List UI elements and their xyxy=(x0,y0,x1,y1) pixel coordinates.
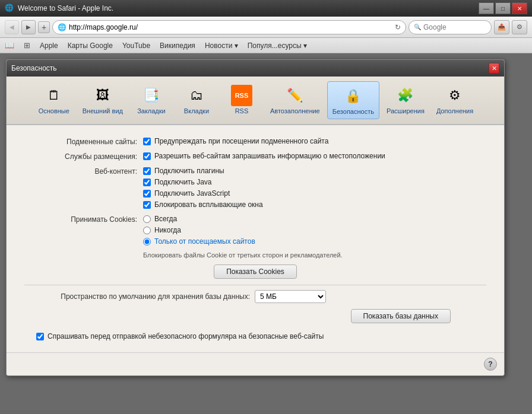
advanced-icon: ⚙ xyxy=(444,85,466,106)
javascript-checkbox[interactable] xyxy=(143,190,151,198)
cookies-never-radio[interactable] xyxy=(143,227,151,234)
web-content-controls: Подключить плагины Подключить Java Подкл… xyxy=(143,167,263,209)
preferences-dialog: Безопасность ✕ 🗒 Основные 🖼 Внешний вид … xyxy=(6,59,505,376)
settings-button[interactable]: ⚙ xyxy=(512,20,527,34)
bottom-checkbox-row: Спрашивать перед отправкой небезопасного… xyxy=(36,332,486,340)
extensions-icon: 🧩 xyxy=(395,85,416,106)
basic-icon: 🗒 xyxy=(43,85,65,106)
storage-select[interactable]: 5 МБ 1 МБ 2 МБ 10 МБ 50 МБ xyxy=(255,290,326,303)
bookmark-wikipedia[interactable]: Википедия xyxy=(160,42,195,50)
help-button[interactable]: ? xyxy=(484,358,497,371)
cookies-visited-text: Только от посещаемых сайтов xyxy=(154,237,255,246)
bookmark-apple[interactable]: Apple xyxy=(40,42,58,50)
javascript-checkbox-row: Подключить JavaScript xyxy=(143,189,263,198)
storage-row: Пространство по умолчанию для хранения б… xyxy=(24,290,486,303)
prefs-title-bar: Безопасность ✕ xyxy=(7,60,504,77)
autofill-icon: ✏️ xyxy=(284,85,306,106)
show-databases-button-row: Показать базы данных xyxy=(24,309,451,323)
tab-tabs[interactable]: 🗂 Вкладки xyxy=(175,81,218,119)
fake-sites-row: Подмененные сайты: Предупреждать при пос… xyxy=(24,137,486,146)
popups-text: Блокировать всплывающие окна xyxy=(154,200,263,209)
web-content-row: Веб-контент: Подключить плагины Подключи… xyxy=(24,167,486,209)
tab-basic[interactable]: 🗒 Основные xyxy=(33,81,75,119)
close-button[interactable]: ✕ xyxy=(512,2,527,14)
plugins-checkbox-row: Подключить плагины xyxy=(143,167,263,175)
tab-bookmarks-label: Закладки xyxy=(137,107,166,114)
search-input[interactable] xyxy=(423,23,471,31)
java-checkbox-row: Подключить Java xyxy=(143,178,263,186)
cookies-label: Принимать Cookies: xyxy=(24,215,143,224)
globe-icon: 🌐 xyxy=(58,23,66,31)
fake-sites-text: Предупреждать при посещении подмененного… xyxy=(154,137,328,145)
address-input[interactable] xyxy=(69,23,392,31)
search-bar: 🔍 xyxy=(408,20,492,34)
java-checkbox[interactable] xyxy=(143,179,151,186)
tab-bookmarks[interactable]: 📑 Закладки xyxy=(130,81,173,119)
reading-list-icon[interactable]: 📖 xyxy=(5,41,14,50)
tab-appearance[interactable]: 🖼 Внешний вид xyxy=(78,81,128,119)
hosting-controls: Разрешить веб-сайтам запрашивать информа… xyxy=(143,152,385,160)
cookies-controls: Всегда Никогда Только от посещаемых сайт… xyxy=(143,215,255,246)
show-cookies-button-row: Показать Cookies xyxy=(24,265,486,279)
bookmark-maps[interactable]: Карты Google xyxy=(68,42,113,50)
javascript-text: Подключить JavaScript xyxy=(154,189,230,198)
bookmark-resources[interactable]: Популя...есурсы ▾ xyxy=(248,42,307,50)
maximize-button[interactable]: □ xyxy=(495,2,511,14)
security-icon: 🔒 xyxy=(343,85,364,107)
prefs-close-button[interactable]: ✕ xyxy=(489,63,499,74)
minimize-button[interactable]: — xyxy=(479,2,494,14)
share-button[interactable]: 📤 xyxy=(494,20,509,34)
fake-sites-checkbox[interactable] xyxy=(143,138,151,145)
window-icon: 🌐 xyxy=(5,4,14,13)
storage-label: Пространство по умолчанию для хранения б… xyxy=(24,292,250,301)
plugins-checkbox[interactable] xyxy=(143,167,151,175)
main-window: 🌐 Welcome to Safari - Apple Inc. — □ ✕ ◀… xyxy=(0,0,532,414)
cookies-always-radio[interactable] xyxy=(143,215,151,223)
tab-autofill-label: Автозаполнение xyxy=(270,107,320,114)
cookies-always-text: Всегда xyxy=(154,215,177,223)
tabs-icon: 🗂 xyxy=(186,85,207,106)
forward-button[interactable]: ▶ xyxy=(21,20,36,34)
cookies-always-row: Всегда xyxy=(143,215,255,223)
main-content: Безопасность ✕ 🗒 Основные 🖼 Внешний вид … xyxy=(0,53,532,414)
popups-checkbox[interactable] xyxy=(143,201,151,209)
tab-security-label: Безопасность xyxy=(332,108,374,115)
refresh-button[interactable]: ↻ xyxy=(395,23,401,31)
bookmark-news[interactable]: Новости ▾ xyxy=(205,42,238,50)
unsafe-form-text: Спрашивать перед отправкой небезопасного… xyxy=(48,332,324,340)
address-bar: 🌐 ↻ xyxy=(52,20,406,34)
tab-extensions-label: Расширения xyxy=(387,107,425,114)
show-cookies-button[interactable]: Показать Cookies xyxy=(214,265,297,279)
hosting-label: Службы размещения: xyxy=(24,152,143,161)
hosting-checkbox[interactable] xyxy=(143,152,151,160)
add-tab-button[interactable]: + xyxy=(38,21,50,33)
window-controls: — □ ✕ xyxy=(479,2,527,14)
window-title: Welcome to Safari - Apple Inc. xyxy=(18,4,479,12)
rss-icon: RSS xyxy=(231,85,252,106)
tab-autofill[interactable]: ✏️ Автозаполнение xyxy=(265,81,325,119)
appearance-icon: 🖼 xyxy=(92,85,113,106)
bookmarks-bar: 📖 ⊞ Apple Карты Google YouTube Википедия… xyxy=(0,38,532,53)
cookies-row: Принимать Cookies: Всегда Никогда Тол xyxy=(24,215,486,246)
hosting-text: Разрешить веб-сайтам запрашивать информа… xyxy=(154,152,385,160)
tab-advanced[interactable]: ⚙ Дополнения xyxy=(432,81,478,119)
tab-rss-label: RSS xyxy=(235,107,249,114)
plugins-text: Подключить плагины xyxy=(154,167,224,175)
show-databases-button[interactable]: Показать базы данных xyxy=(351,309,451,323)
cookies-visited-radio[interactable] xyxy=(143,238,151,246)
tab-tabs-label: Вкладки xyxy=(184,107,209,114)
tab-extensions[interactable]: 🧩 Расширения xyxy=(382,81,429,119)
back-button[interactable]: ◀ xyxy=(5,20,19,34)
top-sites-icon[interactable]: ⊞ xyxy=(24,41,30,50)
cookies-visited-row: Только от посещаемых сайтов xyxy=(143,237,255,246)
prefs-content: Подмененные сайты: Предупреждать при пос… xyxy=(7,125,504,352)
hosting-row: Службы размещения: Разрешить веб-сайтам … xyxy=(24,152,486,161)
prefs-title: Безопасность xyxy=(11,64,489,72)
tab-rss[interactable]: RSS RSS xyxy=(220,81,263,119)
prefs-tabs-toolbar: 🗒 Основные 🖼 Внешний вид 📑 Закладки 🗂 Вк… xyxy=(7,77,504,125)
bookmark-youtube[interactable]: YouTube xyxy=(122,42,150,50)
search-icon: 🔍 xyxy=(414,24,421,30)
tab-security[interactable]: 🔒 Безопасность xyxy=(327,81,379,119)
unsafe-form-checkbox[interactable] xyxy=(36,333,44,340)
fake-sites-label: Подмененные сайты: xyxy=(24,137,143,146)
